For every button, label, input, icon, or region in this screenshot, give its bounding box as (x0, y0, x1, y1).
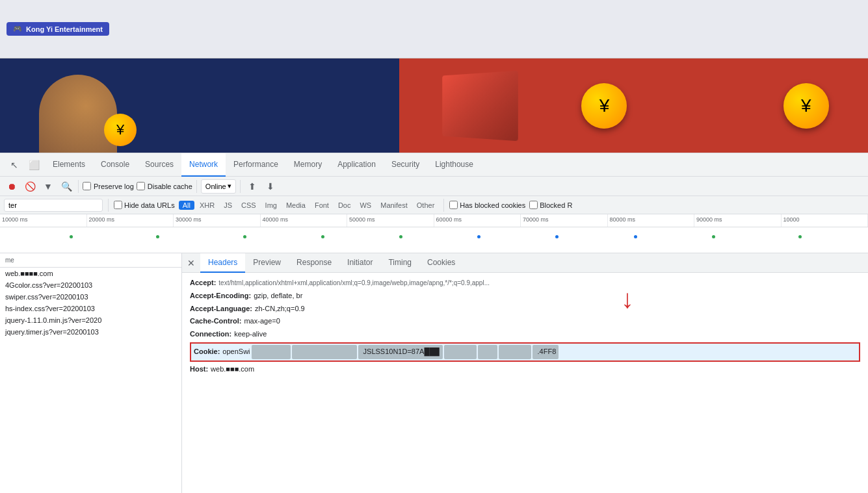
filter-type-media[interactable]: Media (282, 201, 309, 210)
devtools-cursor-icon[interactable]: ↖ (5, 160, 23, 170)
filter-type-all[interactable]: All (179, 201, 194, 210)
timeline-dot-6 (477, 235, 480, 238)
file-item-3[interactable]: hs-index.css?ver=20200103 (0, 303, 181, 314)
sub-tab-bar: ✕ Headers Preview Response Initiator Tim… (182, 253, 868, 273)
filter-bar: Hide data URLs All XHR JS CSS Img Media … (0, 196, 868, 214)
file-item-4[interactable]: jquery-1.11.0.min.js?ver=2020 (0, 314, 181, 326)
search-button[interactable]: 🔍 (59, 179, 74, 194)
tick-40000: 40000 ms (261, 214, 348, 227)
clear-button[interactable]: 🚫 (22, 179, 38, 194)
devtools-device-icon[interactable]: ⬜ (23, 160, 45, 170)
accept-language-key: Accept-Language: (190, 303, 252, 316)
hide-data-urls-checkbox[interactable] (114, 201, 122, 209)
filter-type-manifest[interactable]: Manifest (376, 201, 412, 210)
host-row: Host: web.■■■.com (190, 363, 860, 376)
cookie-row: Cookie: openSwi ████ ████████ JSLSS10N1D… (190, 342, 860, 362)
cookie-chunk-3: JSLSS10N1D=87A███ (358, 345, 443, 359)
filter-type-ws[interactable]: WS (356, 201, 375, 210)
cookie-chunk-6: ████ (499, 345, 531, 359)
filter-type-doc[interactable]: Doc (334, 201, 355, 210)
file-list-header-label: me (5, 257, 14, 264)
file-item-5[interactable]: jquery.timer.js?ver=20200103 (0, 326, 181, 338)
host-key: Host: (190, 363, 208, 376)
timeline-dot-4 (321, 235, 324, 238)
tick-80000: 80000 ms (608, 214, 695, 227)
cache-control-row: Cache-Control: max-age=0 (190, 315, 860, 328)
sub-tab-cookies[interactable]: Cookies (419, 253, 463, 273)
filter-input[interactable] (4, 199, 103, 212)
accept-encoding-value: gzip, deflate, br (254, 290, 302, 303)
devtools-panel: ↖ ⬜ Elements Console Sources Network Per… (0, 153, 868, 493)
blocked-r-checkbox[interactable] (529, 201, 538, 209)
tab-elements[interactable]: Elements (45, 153, 93, 177)
red-box-decoration (442, 70, 518, 140)
filter-type-font[interactable]: Font (311, 201, 333, 210)
filter-type-xhr[interactable]: XHR (196, 201, 218, 210)
disable-cache-checkbox-label[interactable]: Disable cache (137, 182, 192, 190)
close-panel-icon[interactable]: ✕ (187, 258, 195, 268)
has-blocked-cookies-checkbox[interactable] (449, 201, 458, 209)
filter-type-other[interactable]: Other (413, 201, 439, 210)
tab-memory[interactable]: Memory (286, 153, 330, 177)
connection-value: keep-alive (234, 328, 267, 341)
network-toolbar: ⏺ 🚫 ▼ 🔍 Preserve log Disable cache Onlin… (0, 177, 868, 196)
tab-lighthouse[interactable]: Lighthouse (427, 153, 481, 177)
file-item-2[interactable]: swiper.css?ver=20200103 (0, 291, 181, 303)
filter-icon-button[interactable]: ▼ (40, 179, 56, 194)
export-button[interactable]: ⬇ (263, 179, 278, 194)
import-button[interactable]: ⬆ (244, 179, 260, 194)
webpage-left-section: ¥ (0, 58, 399, 153)
blocked-r-text: Blocked R (540, 201, 572, 209)
preserve-log-checkbox-label[interactable]: Preserve log (83, 182, 134, 190)
coin-center: ¥ (581, 83, 627, 129)
disable-cache-label: Disable cache (148, 183, 192, 190)
tab-network[interactable]: Network (181, 153, 226, 177)
tab-sources[interactable]: Sources (137, 153, 181, 177)
stop-recording-button[interactable]: ⏺ (4, 179, 20, 194)
cookie-chunk-1: ████ (252, 345, 291, 359)
tab-console[interactable]: Console (93, 153, 137, 177)
file-list[interactable]: web.■■■■.com 4Gcolor.css?ver=20200103 sw… (0, 268, 181, 493)
filter-divider-2 (443, 199, 444, 212)
file-item-1[interactable]: 4Gcolor.css?ver=20200103 (0, 279, 181, 291)
character-image (39, 75, 117, 153)
accept-value: text/html,application/xhtml+xml,applicat… (218, 277, 490, 289)
coin-right: ¥ (783, 83, 829, 129)
tick-10000: 10000 ms (0, 214, 87, 227)
cookie-chunk-5: 0,1█ (478, 345, 497, 359)
hide-data-urls-label[interactable]: Hide data URLs (114, 201, 175, 209)
throttle-select[interactable]: Online ▾ (201, 179, 236, 194)
main-content-area: me web.■■■■.com 4Gcolor.css?ver=20200103… (0, 253, 868, 493)
cookie-key: Cookie: (194, 346, 220, 359)
cache-control-key: Cache-Control: (190, 315, 241, 328)
filter-type-css[interactable]: CSS (237, 201, 260, 210)
sub-tab-response[interactable]: Response (289, 253, 339, 273)
blocked-r-label[interactable]: Blocked R (529, 201, 572, 209)
tick-50000: 50000 ms (347, 214, 434, 227)
sub-tab-headers[interactable]: Headers (200, 253, 245, 273)
small-coin-left: ¥ (104, 114, 137, 146)
filter-type-img[interactable]: Img (261, 201, 281, 210)
browser-tab[interactable]: 🎮 Kong Yi Entertainment (7, 22, 109, 36)
preserve-log-label: Preserve log (94, 183, 134, 190)
file-item-0[interactable]: web.■■■■.com (0, 268, 181, 279)
sub-tab-preview[interactable]: Preview (245, 253, 289, 273)
timeline-dot-3 (243, 235, 246, 238)
network-timeline[interactable]: 10000 ms 20000 ms 30000 ms 40000 ms 5000… (0, 214, 868, 253)
disable-cache-checkbox[interactable] (137, 182, 145, 190)
cookie-chunk-0: openSwi (222, 345, 250, 359)
tick-100000: 10000 (782, 214, 869, 227)
sub-tab-initiator[interactable]: Initiator (339, 253, 380, 273)
tab-application[interactable]: Application (330, 153, 384, 177)
import-export-buttons: ⬆ ⬇ (244, 179, 278, 194)
timeline-dot-2 (156, 235, 159, 238)
throttle-chevron-icon: ▾ (228, 182, 231, 190)
tab-performance[interactable]: Performance (226, 153, 286, 177)
sub-tab-timing[interactable]: Timing (380, 253, 419, 273)
tab-security[interactable]: Security (384, 153, 427, 177)
has-blocked-cookies-label[interactable]: Has blocked cookies (449, 201, 525, 209)
browser-logo-icon: 🎮 (13, 25, 22, 33)
preserve-log-checkbox[interactable] (83, 182, 91, 190)
filter-type-js[interactable]: JS (220, 201, 236, 210)
tick-30000: 30000 ms (174, 214, 261, 227)
